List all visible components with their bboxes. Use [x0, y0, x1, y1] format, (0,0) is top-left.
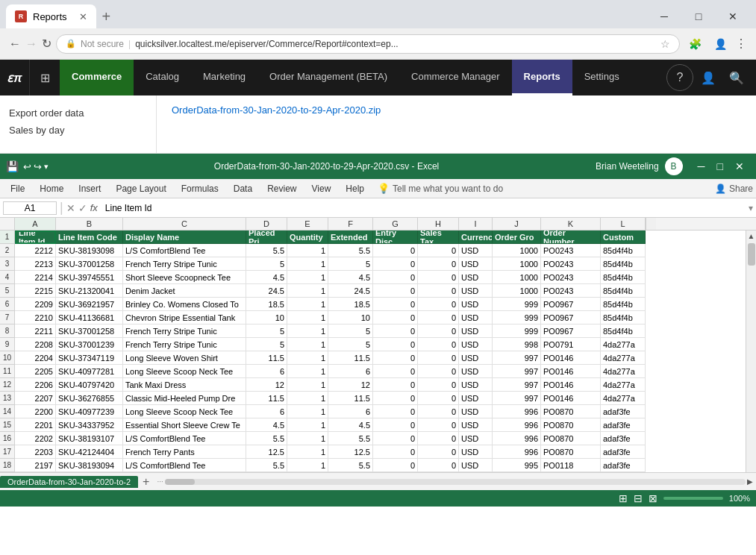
cell-r12-c11[interactable]: 4da277a [601, 378, 646, 392]
cell-r15-c5[interactable]: 4.5 [328, 418, 373, 432]
report-download-link[interactable]: OrderData-from-30-Jan-2020-to-29-Apr-202… [172, 104, 381, 116]
cell-r7-c11[interactable]: 85d4f4b [601, 311, 646, 324]
cell-r16-c10[interactable]: PO0870 [541, 432, 601, 445]
menu-data[interactable]: Data [226, 181, 260, 196]
cell-r8-c0[interactable]: 2211 [15, 324, 56, 338]
col-header-i[interactable]: I [459, 218, 493, 230]
cell-r11-c7[interactable]: 0 [418, 365, 459, 378]
horizontal-scrollbar[interactable]: ··· ▶ [154, 477, 756, 486]
cell-r2-c6[interactable]: 0 [373, 244, 418, 257]
scroll-right-icon[interactable]: ▶ [747, 477, 753, 486]
cell-r3-c9[interactable]: 1000 [493, 257, 541, 271]
cell-r8-c2[interactable]: French Terry Stripe Tunic [123, 324, 246, 338]
row-header-14[interactable]: 14 [0, 405, 15, 418]
cell-j1[interactable]: Order Gro [493, 231, 541, 244]
normal-view-icon[interactable]: ⊞ [619, 492, 628, 504]
close-button[interactable]: ✕ [716, 5, 750, 28]
row-header-6[interactable]: 6 [0, 298, 15, 311]
cell-r4-c8[interactable]: USD [459, 271, 493, 284]
nav-item-marketing[interactable]: Marketing [191, 60, 257, 95]
excel-maximize-button[interactable]: □ [711, 160, 729, 172]
col-header-b[interactable]: B [56, 218, 123, 230]
cell-r6-c6[interactable]: 0 [373, 298, 418, 311]
cell-r14-c5[interactable]: 6 [328, 405, 373, 418]
menu-help[interactable]: Help [338, 181, 372, 196]
row-header-15[interactable]: 15 [0, 418, 15, 432]
cell-r14-c9[interactable]: 996 [493, 405, 541, 418]
cell-r3-c4[interactable]: 1 [287, 257, 328, 271]
cell-r11-c6[interactable]: 0 [373, 365, 418, 378]
formula-expand-icon[interactable]: ▾ [749, 203, 753, 213]
cell-r7-c2[interactable]: Chevron Stripe Essential Tank [123, 311, 246, 324]
cell-r8-c5[interactable]: 5 [328, 324, 373, 338]
cell-r11-c10[interactable]: PO0146 [541, 365, 601, 378]
col-header-f[interactable]: F [328, 218, 373, 230]
cell-r12-c7[interactable]: 0 [418, 378, 459, 392]
cell-d1[interactable]: Placed Pri [246, 231, 287, 244]
cell-r10-c10[interactable]: PO0146 [541, 351, 601, 365]
cell-r8-c8[interactable]: USD [459, 324, 493, 338]
cell-r2-c8[interactable]: USD [459, 244, 493, 257]
cell-r17-c5[interactable]: 12.5 [328, 445, 373, 459]
cell-r12-c8[interactable]: USD [459, 378, 493, 392]
cell-r10-c4[interactable]: 1 [287, 351, 328, 365]
cell-r5-c3[interactable]: 24.5 [246, 284, 287, 298]
cell-r3-c3[interactable]: 5 [246, 257, 287, 271]
excel-customize-icon[interactable]: ▾ [44, 162, 49, 172]
cell-r14-c10[interactable]: PO0870 [541, 405, 601, 418]
cell-r14-c3[interactable]: 6 [246, 405, 287, 418]
cell-r2-c10[interactable]: PO0243 [541, 244, 601, 257]
row-header-9[interactable]: 9 [0, 338, 15, 351]
cell-r9-c0[interactable]: 2208 [15, 338, 56, 351]
share-button[interactable]: 👤Share [715, 184, 753, 194]
menu-home[interactable]: Home [32, 181, 71, 196]
col-header-c[interactable]: C [123, 218, 246, 230]
cell-r7-c5[interactable]: 10 [328, 311, 373, 324]
cell-r4-c5[interactable]: 4.5 [328, 271, 373, 284]
row-header-16[interactable]: 16 [0, 432, 15, 445]
cell-r17-c6[interactable]: 0 [373, 445, 418, 459]
cell-r14-c1[interactable]: SKU-40977239 [56, 405, 123, 418]
col-header-j[interactable]: J [493, 218, 541, 230]
cell-r13-c5[interactable]: 11.5 [328, 392, 373, 405]
cell-r18-c4[interactable]: 1 [287, 459, 328, 472]
new-tab-button[interactable]: + [96, 8, 117, 25]
cell-r10-c7[interactable]: 0 [418, 351, 459, 365]
tell-me-text[interactable]: Tell me what you want to do [393, 184, 503, 194]
cell-r6-c2[interactable]: Brinley Co. Womens Closed To [123, 298, 246, 311]
menu-review[interactable]: Review [260, 181, 304, 196]
row-header-10[interactable]: 10 [0, 351, 15, 365]
cell-r4-c10[interactable]: PO0243 [541, 271, 601, 284]
cell-e1[interactable]: Quantity [287, 231, 328, 244]
nav-item-commerce[interactable]: Commerce [60, 60, 134, 95]
cell-r15-c6[interactable]: 0 [373, 418, 418, 432]
cell-r11-c5[interactable]: 6 [328, 365, 373, 378]
cell-reference-input[interactable] [3, 201, 57, 215]
row-header-4[interactable]: 4 [0, 271, 15, 284]
cell-r12-c6[interactable]: 0 [373, 378, 418, 392]
row-header-8[interactable]: 8 [0, 324, 15, 338]
cell-r13-c8[interactable]: USD [459, 392, 493, 405]
page-break-icon[interactable]: ⊠ [649, 492, 657, 504]
cell-r7-c10[interactable]: PO0967 [541, 311, 601, 324]
cell-r17-c8[interactable]: USD [459, 445, 493, 459]
cell-r16-c3[interactable]: 5.5 [246, 432, 287, 445]
cell-r11-c4[interactable]: 1 [287, 365, 328, 378]
cell-r17-c7[interactable]: 0 [418, 445, 459, 459]
menu-view[interactable]: View [304, 181, 339, 196]
cell-r7-c6[interactable]: 0 [373, 311, 418, 324]
ep-logo[interactable]: ɛπ [0, 60, 30, 95]
scrollbar-v-top[interactable] [646, 218, 656, 230]
cell-r12-c1[interactable]: SKU-40797420 [56, 378, 123, 392]
row-header-13[interactable]: 13 [0, 392, 15, 405]
cell-r2-c7[interactable]: 0 [418, 244, 459, 257]
cell-r18-c1[interactable]: SKU-38193094 [56, 459, 123, 472]
col-header-e[interactable]: E [287, 218, 328, 230]
scroll-thumb[interactable] [748, 243, 755, 266]
cell-r18-c8[interactable]: USD [459, 459, 493, 472]
cell-r3-c8[interactable]: USD [459, 257, 493, 271]
menu-file[interactable]: File [3, 181, 32, 196]
cell-b1[interactable]: Line Item Code [56, 231, 123, 244]
user-icon[interactable]: 👤 [695, 64, 722, 91]
cell-r17-c2[interactable]: French Terry Pants [123, 445, 246, 459]
